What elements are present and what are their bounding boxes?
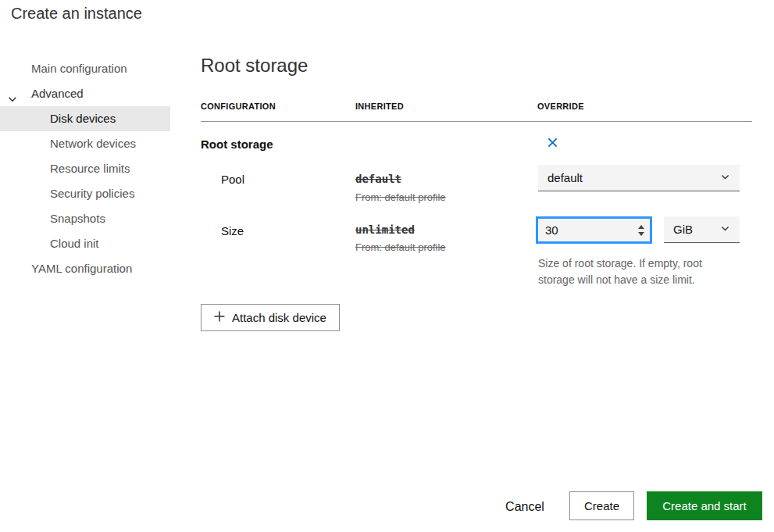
sidebar-item-advanced[interactable]: Advanced: [0, 81, 170, 106]
page-title: Create an instance: [11, 5, 142, 23]
sidebar-item-label: Advanced: [31, 87, 84, 100]
sidebar-item-cloud-init[interactable]: Cloud init: [0, 231, 170, 256]
cancel-button[interactable]: Cancel: [500, 492, 550, 521]
pool-inherited-value: default: [355, 173, 401, 185]
attach-disk-device-label: Attach disk device: [232, 311, 326, 324]
section-heading: Root storage: [201, 55, 308, 77]
row-label-size: Size: [221, 224, 244, 237]
quantity-stepper[interactable]: [633, 219, 650, 241]
sidebar-item-snapshots[interactable]: Snapshots: [0, 206, 170, 231]
plus-icon: [214, 311, 225, 324]
pool-select-value: default: [548, 171, 583, 184]
size-unit-select[interactable]: GiB: [664, 216, 740, 243]
sidebar-item-resource-limits[interactable]: Resource limits: [0, 156, 170, 181]
chevron-down-icon: [720, 223, 730, 236]
sidebar-item-label: Resource limits: [50, 162, 130, 175]
sidebar-item-label: Main configuration: [31, 62, 127, 75]
size-unit-value: GiB: [673, 223, 693, 236]
table-header-divider: [201, 121, 752, 122]
pool-inherited-source: From: default profile: [355, 191, 446, 203]
column-header-override: OVERRIDE: [537, 102, 584, 111]
stepper-up-icon[interactable]: [638, 225, 644, 229]
row-label-root-storage: Root storage: [201, 137, 273, 151]
column-header-configuration: CONFIGURATION: [201, 102, 276, 111]
sidebar-item-label: Cloud init: [50, 237, 99, 250]
size-inherited-value: unlimited: [355, 223, 415, 236]
create-and-start-button[interactable]: Create and start: [647, 491, 762, 520]
column-header-inherited: INHERITED: [355, 102, 404, 111]
close-icon: [548, 137, 558, 150]
sidebar-item-label: YAML configuration: [31, 262, 132, 275]
sidebar-item-label: Disk devices: [50, 112, 116, 125]
clear-override-button[interactable]: [544, 135, 561, 152]
sidebar-item-yaml-configuration[interactable]: YAML configuration: [0, 256, 170, 281]
sidebar-item-disk-devices[interactable]: Disk devices: [0, 106, 170, 131]
chevron-down-icon: [720, 171, 730, 184]
sidebar-nav: Main configuration Advanced Disk devices…: [0, 56, 170, 281]
sidebar-item-network-devices[interactable]: Network devices: [0, 131, 170, 156]
create-button[interactable]: Create: [569, 491, 634, 520]
size-input-wrapper: [536, 216, 652, 244]
sidebar-item-main-configuration[interactable]: Main configuration: [0, 56, 170, 81]
row-label-pool: Pool: [221, 173, 244, 186]
sidebar-item-label: Security policies: [50, 187, 134, 200]
pool-select[interactable]: default: [538, 165, 740, 191]
stepper-down-icon[interactable]: [638, 232, 644, 236]
attach-disk-device-button[interactable]: Attach disk device: [201, 304, 340, 331]
size-help-text: Size of root storage. If empty, root sto…: [538, 255, 741, 288]
sidebar-item-label: Network devices: [50, 137, 136, 150]
size-inherited-source: From: default profile: [355, 241, 446, 253]
sidebar-item-label: Snapshots: [50, 212, 105, 225]
sidebar-item-security-policies[interactable]: Security policies: [0, 181, 170, 206]
size-input[interactable]: [538, 223, 633, 237]
